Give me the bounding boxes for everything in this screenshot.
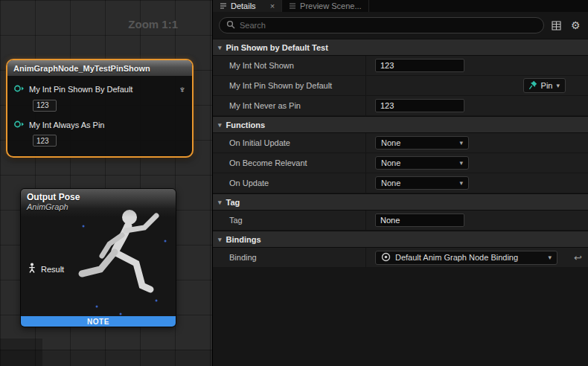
result-pin-label[interactable]: Result [41, 265, 64, 274]
close-icon[interactable]: × [270, 1, 275, 10]
grid-icon[interactable] [550, 19, 563, 32]
property-row: My Int Not Shown [213, 56, 588, 76]
tab-bar: Details × Preview Scene... [213, 0, 588, 12]
property-label: My Int Pin Shown by Default [213, 76, 365, 95]
output-pose-node[interactable]: Output Pose AnimGraph Result NOTE [20, 188, 176, 327]
search-bar: ⚙ [213, 12, 588, 39]
pin-visibility-button[interactable]: Pin ▾ [523, 78, 566, 93]
reset-to-default-icon[interactable]: ↩ [574, 252, 582, 263]
note-banner[interactable]: NOTE [21, 316, 176, 327]
pin-icon [529, 80, 537, 91]
category-pin-shown-by-default-test[interactable]: ▾ Pin Shown by Default Test [213, 39, 588, 56]
pin-label: My Int Pin Shown By Default [29, 85, 132, 94]
on-update-dropdown[interactable]: None ▾ [375, 176, 469, 190]
category-title: Tag [226, 198, 240, 207]
property-row: On Initial Update None ▾ [213, 133, 588, 153]
chevron-down-icon: ▾ [548, 254, 552, 261]
dropdown-value: None [381, 138, 400, 147]
binding-value: Default Anim Graph Node Binding [395, 253, 543, 262]
category-title: Functions [226, 121, 266, 129]
node-subtitle: AnimGraph [27, 202, 170, 211]
property-row: My Int Pin Shown by Default Pin ▾ [213, 76, 588, 96]
pose-watch-icon[interactable]: ♆ [179, 85, 186, 94]
preview-scene-tab-icon [289, 2, 296, 10]
gear-icon[interactable]: ⚙ [569, 19, 582, 32]
chevron-down-icon: ▾ [459, 139, 463, 147]
search-icon [226, 19, 235, 32]
node-title: Output Pose [27, 192, 170, 202]
chevron-down-icon: ▾ [218, 199, 222, 206]
category-bindings[interactable]: ▾ Bindings [213, 231, 588, 248]
property-label: My Int Never as Pin [213, 96, 365, 115]
chevron-down-icon: ▾ [459, 179, 463, 187]
details-panel: Details × Preview Scene... ⚙ [212, 0, 588, 366]
property-row: On Update None ▾ [213, 173, 588, 193]
category-functions[interactable]: ▾ Functions [213, 116, 588, 133]
chevron-down-icon: ▾ [218, 121, 222, 129]
details-tab-icon [220, 2, 227, 10]
binding-dropdown[interactable]: Default Anim Graph Node Binding ▾ [375, 251, 557, 265]
dropdown-value: None [381, 179, 400, 187]
anim-graph-canvas[interactable]: Zoom 1:1 AnimGraphNode_MyTestPinShown My… [0, 0, 212, 366]
property-row: On Become Relevant None ▾ [213, 153, 588, 173]
property-label: On Become Relevant [213, 153, 365, 173]
tab-label: Details [231, 1, 256, 10]
binding-object-icon [381, 252, 391, 263]
search-box[interactable] [219, 17, 544, 33]
my-int-not-shown-input[interactable] [375, 59, 464, 72]
pin-value-input[interactable] [33, 135, 57, 147]
tag-input[interactable] [375, 214, 464, 227]
tab-label: Preview Scene... [300, 1, 362, 10]
pin-value-input[interactable] [33, 100, 57, 112]
pin-button-label: Pin [541, 81, 553, 90]
tab-preview-scene[interactable]: Preview Scene... [282, 0, 369, 12]
tab-details[interactable]: Details × [213, 0, 282, 12]
property-label: Tag [213, 211, 365, 230]
int-pin-icon[interactable] [13, 83, 25, 96]
chevron-down-icon: ▾ [459, 159, 463, 167]
node-header[interactable]: Output Pose AnimGraph [21, 189, 176, 217]
grid-shade [0, 350, 212, 366]
category-title: Pin Shown by Default Test [226, 43, 328, 52]
node-title[interactable]: AnimGraphNode_MyTestPinShown [7, 60, 192, 76]
category-tag[interactable]: ▾ Tag [213, 193, 588, 211]
anim-graph-node[interactable]: AnimGraphNode_MyTestPinShown My Int Pin … [6, 59, 194, 158]
search-input[interactable] [240, 21, 537, 30]
dropdown-value: None [381, 158, 400, 167]
my-int-never-as-pin-input[interactable] [375, 99, 464, 112]
unreal-editor-window: Zoom 1:1 AnimGraphNode_MyTestPinShown My… [0, 0, 588, 366]
property-label: My Int Not Shown [213, 56, 365, 75]
person-icon[interactable] [28, 263, 36, 276]
int-pin-icon[interactable] [13, 118, 25, 132]
chevron-down-icon: ▾ [218, 236, 222, 243]
property-label: On Update [213, 173, 365, 193]
on-become-relevant-dropdown[interactable]: None ▾ [375, 156, 469, 170]
on-initial-update-dropdown[interactable]: None ▾ [375, 136, 469, 150]
property-row: Tag [213, 211, 588, 231]
property-row: My Int Never as Pin [213, 96, 588, 116]
chevron-down-icon: ▾ [556, 82, 560, 89]
property-label: Binding [213, 248, 365, 267]
property-label: On Initial Update [213, 133, 365, 152]
property-row: Binding Default Anim Graph Node Binding … [213, 248, 588, 268]
pin-label: My Int Always As Pin [29, 121, 104, 129]
zoom-level-label: Zoom 1:1 [128, 18, 178, 30]
chevron-down-icon: ▾ [218, 44, 222, 51]
category-title: Bindings [226, 235, 261, 244]
